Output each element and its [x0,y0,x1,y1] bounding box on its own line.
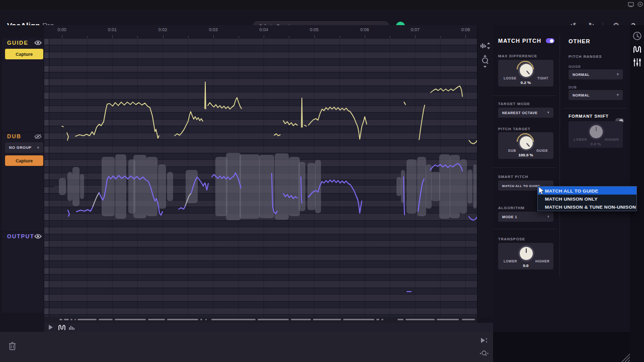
dub-waveform-blob [158,164,166,209]
mini-waveform-dash [376,319,379,320]
match-pitch-title: MATCH PITCH [498,38,541,44]
formant-shift-value: 0.0 % [569,142,623,146]
pitch-curves-view-icon[interactable] [632,44,642,54]
guide-side-label: GUIDE [536,149,548,152]
waveform-vertical-zoom-icon[interactable] [480,41,491,50]
dub-waveform-blob [407,159,417,214]
target-mode-dropdown[interactable]: NEAREST OCTAVE ▾ [498,108,553,118]
dub-waveform-blob [426,164,432,209]
dub-waveform-blob [133,155,146,218]
max-difference-knob[interactable] [520,64,533,77]
host-titlebar [0,0,644,9]
dub-visibility-eye-slash-icon[interactable] [34,134,42,139]
smart-pitch-menu-item[interactable]: MATCH UNISON & TUNE NON-UNISON [538,203,636,211]
play-icon[interactable] [49,325,53,330]
panel-divider [559,35,560,277]
zoom-vertical-icon[interactable] [480,54,490,68]
timeline-ruler[interactable]: 0:000:010:020:030:040:050:060:070:08 [44,25,477,38]
track-sidebar: GUIDE Capture DUB NO GROUP ▾ Capture OUT… [0,25,44,332]
timeline-tick-label: 0:02 [158,27,168,32]
dub-waveform-blob [167,172,173,201]
output-track-label: OUTPUT [7,233,34,239]
target-mode-label: TARGET MODE [498,102,530,106]
mini-waveform-dash [258,319,289,320]
mini-waveform-dash [99,319,113,320]
history-clock-icon[interactable] [632,31,642,41]
transpose-knob[interactable] [520,247,533,260]
mini-waveform-dash [313,319,341,320]
mini-waveform-dash [381,319,383,320]
guide-capture-button[interactable]: Capture [5,49,43,59]
menu-item-label: MATCH ALL TO GUIDE [545,188,598,194]
dub-group-value: NO GROUP [9,145,32,150]
host-settings-icon[interactable] [637,2,643,7]
dub-waveform-blob [307,163,315,210]
settings-panel: MATCH PITCH MAX DIFFERENCE LOOSE TIGHT 0… [493,25,630,332]
dub-waveform-blob [467,169,472,204]
dub-waveform-blob [431,172,440,201]
chevron-down-icon: ▾ [37,146,39,150]
guide-track-label: GUIDE [7,40,28,46]
transport-row [44,323,493,332]
transpose-box: LOWER HIGHER 0.0 [498,243,553,269]
dub-waveform-blob [186,170,198,203]
timeline-tick-label: 0:08 [461,27,470,32]
dub-waveform-blob [275,153,289,220]
timeline-tick-label: 0:01 [108,27,117,32]
algorithm-dropdown[interactable]: MODE 1 ▾ [498,212,553,222]
pitch-view-icon[interactable] [57,323,66,331]
pitch-curves-canvas [44,38,477,317]
chevron-down-icon: ▾ [617,93,619,97]
timeline-tick-label: 0:00 [57,27,66,32]
dub-group-selector[interactable]: NO GROUP ▾ [5,142,43,153]
dub-pitch-range-dropdown[interactable]: NORMAL ▾ [569,90,623,100]
timeline-tick-label: 0:06 [360,27,369,32]
pitch-range-dub-label: DUB [569,85,577,89]
dub-waveform-blob [298,162,305,211]
max-difference-box: LOOSE TIGHT 0.2 % [498,60,553,86]
waveform-view-icon[interactable] [68,324,75,330]
formant-shift-box: LOWER HIGHER 0.0 % [569,121,623,148]
dub-waveform-blob [72,167,79,206]
pitch-target-knob[interactable] [520,136,533,149]
grid-tools-column [477,25,493,317]
mini-waveform-dash [77,319,97,320]
dub-waveform-blob [146,157,157,216]
pitch-target-box: DUB GUIDE 100.0 % [498,132,553,159]
higher-label: HIGHER [535,259,549,263]
dub-waveform-blob [289,157,300,216]
mini-waveform-dash [74,319,76,320]
dub-waveform-blob [439,154,450,219]
output-visibility-eye-icon[interactable] [34,234,42,239]
algorithm-label: ALGORITHM [498,206,525,210]
resize-grip-icon[interactable] [620,353,630,362]
mixer-sliders-icon[interactable] [632,57,642,67]
mini-waveform-dash [397,319,404,320]
smart-pitch-menu-item[interactable]: MATCH UNISON ONLY [538,195,636,203]
match-pitch-toggle[interactable] [546,38,554,43]
dub-capture-button[interactable]: Capture [5,155,43,166]
output-track-panel [2,232,43,313]
trash-icon[interactable] [9,341,16,350]
other-title: OTHER [569,38,591,44]
guide-pitch-range-dropdown[interactable]: NORMAL ▾ [569,69,623,79]
smart-pitch-value: MATCH ALL TO GUIDE [502,184,540,188]
mini-waveform-dash [64,319,69,320]
mini-waveform-dash [205,319,207,320]
smart-pitch-label: SMART PITCH [498,174,528,179]
guide-visibility-eye-icon[interactable] [34,40,42,45]
vocalign-window: VocAlign Pro Select a Preset ▾ ✓ ↺ ↻ ⚙ ?… [0,0,644,362]
guide-pitch-range-value: NORMAL [573,73,590,76]
formant-shift-knob[interactable] [590,125,603,138]
timeline-tick-label: 0:04 [259,27,268,32]
transpose-label: TRANSPOSE [498,237,525,241]
overview-zoom-icon[interactable] [479,350,489,357]
dub-waveform-blob [115,154,126,219]
smart-pitch-menu-item[interactable]: ✓MATCH ALL TO GUIDE [538,187,636,195]
menu-item-label: MATCH UNISON ONLY [545,196,598,202]
separator [493,96,556,96]
clip-play-icon[interactable] [480,337,488,344]
timeline-tick-label: 0:07 [411,27,420,32]
host-window-icon[interactable] [628,2,634,8]
separator [564,108,627,109]
